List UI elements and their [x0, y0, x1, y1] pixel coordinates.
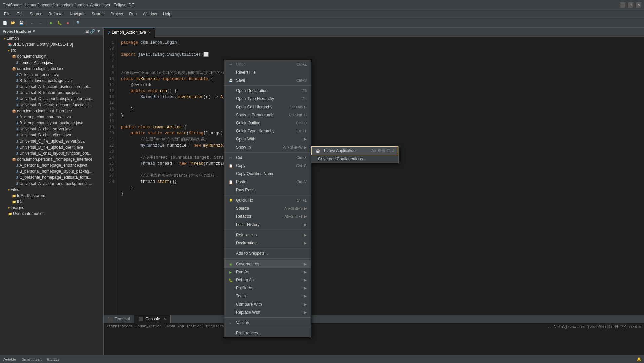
toolbar-forward[interactable]: → [37, 19, 44, 27]
menu-project[interactable]: Project [108, 11, 126, 17]
file-tree-item-universal_a2[interactable]: JUniversal_A_chat_server.java [0, 126, 103, 132]
ctx-open-decl[interactable]: Open Declaration F3 [224, 87, 311, 95]
menu-source[interactable]: Source [27, 11, 45, 17]
ctx-open-with[interactable]: Open With ▶ [224, 135, 311, 143]
menu-refactor[interactable]: Refactor [46, 11, 66, 17]
ctx-save[interactable]: 💾 Save Ctrl+S [224, 76, 311, 84]
ctx-coverage-as[interactable]: ◉ Coverage As ▶ [224, 260, 311, 268]
file-tree-item-lemon[interactable]: ▾Lemon [0, 35, 103, 41]
file-tree-item-a_group[interactable]: JA_group_chat_entrance.java [0, 114, 103, 120]
file-tree-item-a_personal[interactable]: JA_personal_homepage_entrance.java [0, 162, 103, 168]
coverage-java-app[interactable]: ☕ 1 Java Application Alt+Shift+E, J [311, 146, 398, 155]
replace-with-arrow: ▶ [304, 310, 307, 315]
ctx-quick-type[interactable]: Quick Type Hierarchy Ctrl+T [224, 127, 311, 135]
ctx-run-as[interactable]: ▶ Run As ▶ [224, 268, 311, 276]
ctx-run-as-label: Run As [236, 270, 249, 274]
toolbar-back[interactable]: ← [29, 19, 36, 27]
menu-window[interactable]: Window [140, 11, 160, 17]
ctx-local-history[interactable]: Local History ▶ [224, 220, 311, 229]
ctx-team[interactable]: Team ▶ [224, 292, 311, 300]
ctx-quick-fix[interactable]: 💡 Quick Fix Ctrl+1 [224, 196, 311, 204]
code-line: //创建一个Runnable接口的实现类,同时重写接口中的run()方法; [121, 70, 640, 76]
menu-edit[interactable]: Edit [14, 11, 26, 17]
code-area[interactable]: package com.lemon.login; import javax.sw… [117, 37, 644, 315]
ctx-replace-with[interactable]: Replace With ▶ [224, 308, 311, 316]
file-tree-item-src[interactable]: ▾src [0, 47, 103, 53]
terminal-tab[interactable]: ⬛ Terminal [104, 315, 134, 323]
file-tree-item-images[interactable]: ▾Images [0, 205, 103, 211]
toolbar-save[interactable]: 💾 [17, 19, 25, 27]
file-tree-item-a_login[interactable]: JA_login_entrance.java [0, 72, 103, 78]
file-tree-item-lemon_action[interactable]: JLemon_Action.java [0, 59, 103, 66]
file-tree-item-id_pass[interactable]: 📁IdAndPassword [0, 193, 103, 199]
ctx-copy-qualified[interactable]: Copy Qualified Name [224, 170, 311, 178]
file-tree-item-b_personal[interactable]: JB_personal_homepage_layout_packag... [0, 168, 103, 174]
ctx-references[interactable]: References ▶ [224, 231, 311, 239]
tree-item-label: Universal_D_file_upload_client.java [19, 145, 83, 150]
explorer-menu-icon[interactable]: ▼ [97, 29, 101, 34]
ctx-show-bread[interactable]: Show in Breadcrumb Alt+Shift+B [224, 111, 311, 119]
file-tree-item-universal_c2[interactable]: JUniversal_C_file_upload_server.java [0, 138, 103, 144]
ctx-add-snippets[interactable]: Add to Snippets... [224, 249, 311, 257]
maximize-button[interactable]: □ [628, 2, 633, 8]
toolbar-stop[interactable]: ■ [64, 19, 71, 27]
toolbar-search[interactable]: 🔍 [75, 19, 82, 27]
file-tree-item-com.lemon.loginchat_interface[interactable]: 📦com.lemon.loginchat_interface [0, 108, 103, 114]
file-tree-item-c_personal[interactable]: JC_personal_homepage_editdata_form... [0, 174, 103, 180]
file-tree-item-b_login[interactable]: JB_login_layout_package.java [0, 78, 103, 84]
file-tree-item-universal_c[interactable]: JUniversal_C_account_display_interface..… [0, 96, 103, 102]
file-tree-item-universal_d2[interactable]: JUniversal_D_file_upload_client.java [0, 144, 103, 150]
ctx-debug-as[interactable]: 🐛 Debug As ▶ [224, 276, 311, 284]
toolbar-new[interactable]: 📄 [1, 19, 9, 27]
close-button[interactable]: ✕ [636, 2, 641, 8]
ctx-revert[interactable]: Revert File [224, 68, 311, 76]
file-tree-item-universal_b2[interactable]: JUniversal_B_chat_client.java [0, 132, 103, 138]
file-tree-item-universal_e2[interactable]: JUniversal_E_chat_layout_function_opt... [0, 150, 103, 156]
menu-search[interactable]: Search [89, 11, 107, 17]
ctx-refactor[interactable]: Refactor Alt+Shift+T▶ [224, 212, 311, 220]
file-tree-item-files[interactable]: ▾Files [0, 187, 103, 193]
menu-navigate[interactable]: Navigate [67, 11, 88, 17]
ctx-profile-as[interactable]: Profile As ▶ [224, 284, 311, 292]
file-tree-item-jre[interactable]: 📚JRE System Library [JavaSE-1.8] [0, 41, 103, 47]
ctx-cut[interactable]: ✂ Cut Ctrl+X [224, 154, 311, 162]
file-tree-item-universal_a[interactable]: JUniversal_A_function_useless_prompt... [0, 84, 103, 90]
file-tree-item-b_group[interactable]: JB_group_chat_layout_package.java [0, 120, 103, 126]
editor-tab-close[interactable]: ✕ [148, 31, 151, 34]
toolbar-open[interactable]: 📂 [9, 19, 17, 27]
file-tree-item-universal_a3[interactable]: JUniversal_A_avatar_and_background_... [0, 180, 103, 187]
ctx-declarations[interactable]: Declarations ▶ [224, 239, 311, 247]
file-tree-item-com.lemon.login_interface[interactable]: 📦com.lemon.login_interface [0, 66, 103, 72]
link-with-editor-icon[interactable]: 🔗 [90, 29, 95, 34]
file-tree-item-universal_b[interactable]: JUniversal_B_funtion_promps.java [0, 90, 103, 96]
collapse-all-icon[interactable]: ⊟ [85, 29, 89, 34]
ctx-open-type[interactable]: Open Type Hierarchy F4 [224, 95, 311, 103]
minimize-button[interactable]: — [620, 2, 625, 8]
file-tree-item-universal_d[interactable]: JUniversal_D_check_account_function.j... [0, 102, 103, 108]
ctx-quick-outline[interactable]: Quick Outline Ctrl+O [224, 119, 311, 127]
menu-help[interactable]: Help [160, 11, 174, 17]
file-tree-item-com.lemon.personal_homepage_interface[interactable]: 📦com.lemon.personal_homepage_interface [0, 156, 103, 162]
file-tree-item-com.lemon.login[interactable]: 📦com.lemon.login [0, 53, 103, 59]
ctx-paste[interactable]: 📋 Paste Ctrl+V [224, 178, 311, 186]
ctx-compare-with[interactable]: Compare With ▶ [224, 300, 311, 308]
ctx-source[interactable]: Source Alt+Shift+S▶ [224, 204, 311, 212]
ctx-show-in[interactable]: Show In Alt+Shift+W▶ [224, 143, 311, 151]
toolbar-run[interactable]: ▶ [48, 19, 55, 27]
file-tree-item-ids[interactable]: 📁IDs [0, 199, 103, 205]
toolbar-debug[interactable]: 🐛 [56, 19, 63, 27]
console-close-icon[interactable]: ✕ [163, 317, 166, 321]
editor-tab-lemon-action[interactable]: J Lemon_Action.java ✕ [104, 28, 155, 37]
file-tree-item-users_info[interactable]: 📁Users information [0, 211, 103, 217]
ctx-undo[interactable]: ↩ Undo Ctrl+Z [224, 60, 311, 68]
menu-file[interactable]: File [1, 11, 13, 17]
console-tab[interactable]: ⬛ Console ✕ [134, 315, 171, 323]
ctx-copy[interactable]: 📋 Copy Ctrl+C [224, 162, 311, 170]
coverage-configs[interactable]: Coverage Configurations... [311, 155, 398, 163]
status-smart-insert: Smart Insert [22, 357, 42, 361]
ctx-validate[interactable]: ✓ Validate [224, 319, 311, 327]
ctx-open-call[interactable]: Open Call Hierarchy Ctrl+Alt+H [224, 103, 311, 111]
ctx-preferences[interactable]: Preferences... [224, 329, 311, 337]
menu-run[interactable]: Run [126, 11, 139, 17]
ctx-raw-paste[interactable]: Raw Paste [224, 186, 311, 194]
